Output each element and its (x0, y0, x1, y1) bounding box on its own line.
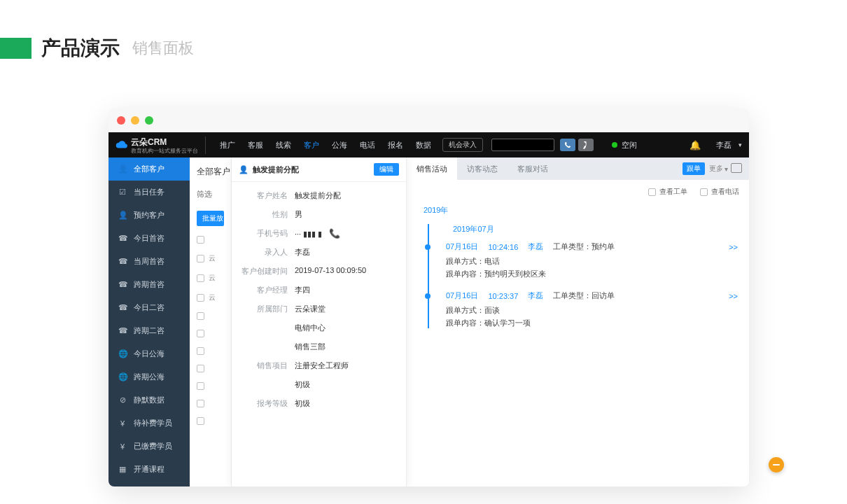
page-title: 产品演示 (41, 35, 120, 62)
nav-signup[interactable]: 报名 (382, 140, 409, 150)
sidebar-item-cross-first[interactable]: ☎ 跨期首咨 (108, 273, 190, 296)
nav-leads[interactable]: 线索 (270, 140, 297, 150)
sidebar-item-cross-pool[interactable]: 🌐 跨期公海 (108, 365, 190, 388)
checkbox-icon[interactable] (197, 417, 204, 425)
nav-customers[interactable]: 客户 (298, 140, 325, 150)
list-item[interactable] (197, 312, 224, 320)
field-created-time: 2019-07-13 00:09:50 (295, 266, 399, 274)
tl-date: 07月16日 (446, 241, 478, 252)
brand-sub: 教育机构一站式服务云平台 (131, 148, 198, 154)
tl-type: 工单类型：回访单 (553, 290, 615, 301)
list-header-row[interactable] (197, 236, 224, 244)
list-item[interactable] (197, 417, 224, 425)
close-dot-icon[interactable] (117, 116, 125, 125)
sidebar-item-today-first[interactable]: ☎ 今日首咨 (108, 227, 190, 250)
sidebar-item-today-second[interactable]: ☎ 今日二咨 (108, 296, 190, 319)
more-dropdown[interactable]: 更多▾ (709, 164, 728, 174)
field-dept2: 电销中心 (295, 323, 399, 333)
popout-icon[interactable] (732, 164, 742, 173)
sidebar-item-appointment[interactable]: 👤 预约客户 (108, 204, 190, 227)
tab-chat[interactable]: 客服对话 (507, 158, 558, 180)
list-item[interactable]: 云 (197, 293, 224, 302)
checkbox-icon[interactable] (197, 330, 204, 337)
list-item[interactable] (197, 382, 224, 390)
sidebar-item-all-customers[interactable]: 👤 全部客户 (108, 158, 190, 181)
sidebar-item-paid[interactable]: ¥ 已缴费学员 (108, 435, 190, 458)
filter-label[interactable]: 筛选 (197, 189, 224, 200)
call-icon: ☎ (118, 234, 127, 243)
checkbox-icon[interactable] (197, 255, 204, 262)
list-item[interactable] (197, 347, 224, 355)
timeline-item[interactable]: 07月16日 10:23:37 李磊 工单类型：回访单 >> 跟单方式：面谈 跟… (442, 290, 738, 328)
sidebar-item-label: 当周首咨 (134, 256, 164, 267)
expand-link[interactable]: >> (729, 243, 738, 251)
minimize-dot-icon[interactable] (131, 116, 139, 125)
user-name[interactable]: 李磊 (716, 140, 732, 150)
tl-follow-content: 预约明天到校区来 (484, 270, 546, 278)
opportunity-entry-button[interactable]: 机会录入 (442, 138, 483, 152)
sidebar-item-today-pool[interactable]: 🌐 今日公海 (108, 342, 190, 365)
nav-promo[interactable]: 推广 (214, 140, 241, 150)
list-item[interactable] (197, 330, 224, 337)
checkbox-icon[interactable] (197, 400, 204, 407)
dial-phone-icon[interactable]: 📞 (329, 228, 340, 239)
view-call-checkbox[interactable]: 查看电话 (700, 187, 739, 197)
task-icon: ☑ (118, 188, 127, 197)
field-dept: 云朵课堂 (295, 304, 399, 314)
bell-icon[interactable]: 🔔 (690, 140, 701, 150)
timeline-month: 2019年07月 (453, 224, 738, 234)
tl-follow-way: 电话 (484, 257, 500, 265)
main-canvas: 全部客户 筛选 批量放 云 云 云 👤 触 (190, 158, 749, 486)
follow-order-button[interactable]: 跟单 (682, 162, 705, 175)
sidebar-item-cross-second[interactable]: ☎ 跨期二咨 (108, 319, 190, 342)
checkbox-icon[interactable] (197, 347, 204, 355)
list-item[interactable]: 云 (197, 273, 224, 283)
checkbox-icon[interactable] (197, 274, 204, 282)
tab-visitor[interactable]: 访客动态 (457, 158, 507, 180)
search-input[interactable] (491, 139, 554, 151)
floating-action-button[interactable] (769, 457, 784, 472)
checkbox-icon[interactable] (197, 294, 204, 302)
user-icon: 👤 (118, 211, 127, 220)
sidebar-item-my-orders[interactable]: ▦ 我的订单 (108, 481, 190, 486)
checkbox-icon[interactable] (197, 312, 204, 320)
view-ticket-checkbox[interactable]: 查看工单 (648, 187, 687, 197)
timeline-year: 2019年 (424, 205, 738, 216)
list-item[interactable] (197, 365, 224, 372)
checkbox-icon[interactable] (197, 365, 204, 372)
customer-detail-panel: 👤 触发提前分配 编辑 客户姓名触发提前分配 性别男 手机号码··· ▮▮▮ ▮… (232, 158, 407, 486)
brand-logo: 云朵CRM 教育机构一站式服务云平台 (115, 136, 206, 154)
hangup-button[interactable] (578, 139, 594, 151)
fee-icon: ¥ (118, 419, 127, 428)
call-icon: ☎ (118, 280, 127, 289)
sidebar-item-silent[interactable]: ⊘ 静默数据 (108, 388, 190, 412)
tl-type: 工单类型：预约单 (553, 241, 615, 252)
timeline-item[interactable]: 07月16日 10:24:16 李磊 工单类型：预约单 >> 跟单方式：电话 跟… (442, 241, 738, 279)
maximize-dot-icon[interactable] (145, 116, 153, 125)
nav-service[interactable]: 客服 (242, 140, 269, 150)
nav-data[interactable]: 数据 (410, 140, 437, 150)
tab-sales-activity[interactable]: 销售活动 (407, 158, 457, 180)
chevron-down-icon[interactable]: ▾ (738, 141, 742, 148)
sidebar-item-open-course[interactable]: ▦ 开通课程 (108, 458, 190, 481)
person-icon: 👤 (239, 165, 248, 174)
batch-release-button[interactable]: 批量放 (197, 211, 224, 226)
activity-tabs: 销售活动 访客动态 客服对话 跟单 更多▾ (407, 158, 749, 180)
edit-button[interactable]: 编辑 (374, 163, 399, 176)
list-item[interactable]: 云 (197, 253, 224, 263)
checkbox-icon[interactable] (197, 382, 204, 390)
detail-header: 👤 触发提前分配 编辑 (232, 158, 406, 182)
nav-phone[interactable]: 电话 (354, 140, 381, 150)
sidebar-item-label: 当日任务 (134, 187, 164, 197)
expand-link[interactable]: >> (729, 292, 738, 300)
checkbox-icon[interactable] (197, 236, 204, 244)
sidebar-item-week-first[interactable]: ☎ 当周首咨 (108, 250, 190, 273)
nav-pool[interactable]: 公海 (326, 140, 353, 150)
sidebar-item-today-tasks[interactable]: ☑ 当日任务 (108, 181, 190, 204)
sidebar-item-pending-fee[interactable]: ¥ 待补费学员 (108, 412, 190, 435)
field-exam-level: 初级 (295, 398, 399, 409)
list-item[interactable] (197, 400, 224, 407)
sidebar-item-label: 跨期首咨 (134, 279, 164, 290)
dial-button[interactable] (560, 139, 575, 151)
status-dot-icon (612, 142, 617, 148)
